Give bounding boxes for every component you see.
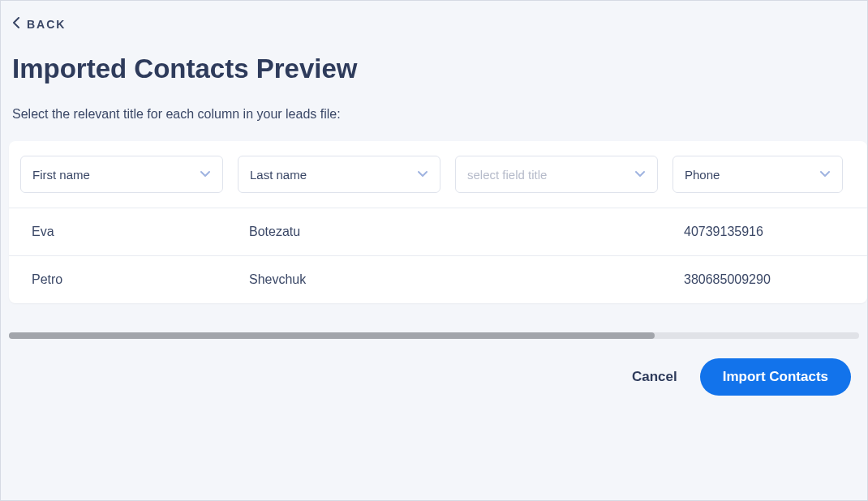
column-select-last-name[interactable]: Last name [238,156,440,193]
cell-phone: 380685009290 [672,272,843,287]
subtitle: Select the relevant title for each colum… [1,84,867,122]
cell-first-name: Petro [20,272,223,287]
column-select-first-name[interactable]: First name [20,156,223,193]
contacts-preview-table: First name Last name select field title … [9,141,867,303]
horizontal-scrollbar[interactable] [9,332,859,339]
select-value: First name [32,168,90,182]
cell-first-name: Eva [20,225,223,239]
cell-empty [455,225,658,239]
chevron-left-icon [12,17,20,31]
import-preview-page: BACK Imported Contacts Preview Select th… [0,0,868,501]
column-select-unassigned[interactable]: select field title [455,156,658,193]
select-value: Phone [685,168,720,182]
column-select-phone[interactable]: Phone [672,156,843,193]
scrollbar-thumb[interactable] [9,332,655,339]
chevron-down-icon [417,168,428,182]
cell-empty [455,272,658,287]
chevron-down-icon [200,168,211,182]
cell-last-name: Shevchuk [238,272,440,287]
select-placeholder: select field title [467,168,547,182]
cell-phone: 40739135916 [672,225,843,239]
cell-last-name: Botezatu [238,225,440,239]
back-button[interactable]: BACK [1,1,867,31]
column-selectors-row: First name Last name select field title … [9,141,867,208]
chevron-down-icon [819,168,831,182]
back-label: BACK [27,18,66,31]
chevron-down-icon [634,168,646,182]
table-row: Eva Botezatu 40739135916 [9,208,867,256]
cancel-button[interactable]: Cancel [632,369,677,385]
table-row: Petro Shevchuk 380685009290 [9,256,867,303]
import-contacts-button[interactable]: Import Contacts [700,358,851,396]
footer-actions: Cancel Import Contacts [1,339,867,396]
select-value: Last name [250,168,307,182]
page-title: Imported Contacts Preview [1,31,867,84]
